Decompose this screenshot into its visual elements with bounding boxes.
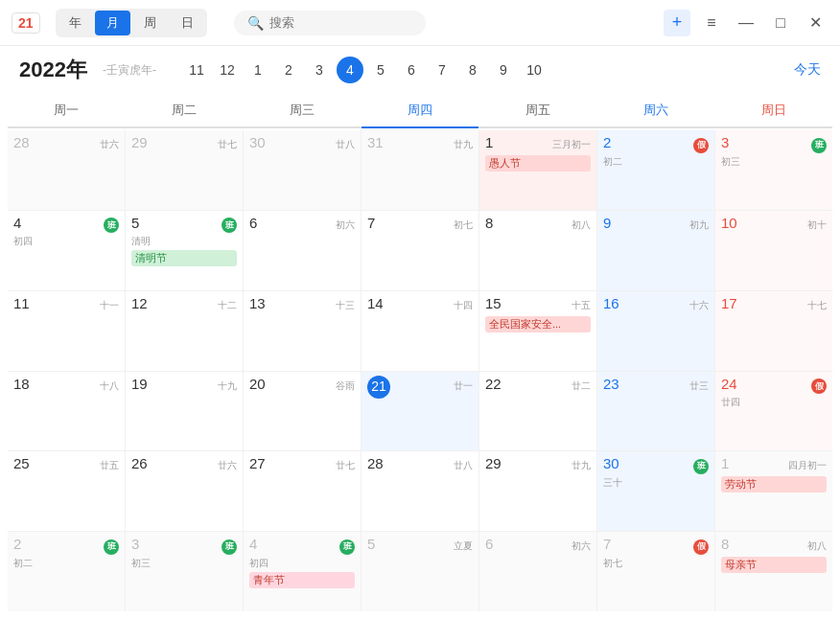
day-number: 29 [131, 134, 148, 151]
day-number: 17 [721, 295, 737, 312]
day-cell[interactable]: 2假初二 [597, 130, 714, 210]
day-cell[interactable]: 18十八 [8, 372, 125, 451]
view-tab-month[interactable]: 月 [95, 11, 130, 35]
day-cell[interactable]: 14十四 [362, 291, 478, 371]
event-tag: 母亲节 [721, 557, 827, 573]
title-date: 21 [12, 12, 40, 34]
weekday-周日: 周日 [714, 94, 832, 126]
search-input[interactable] [269, 15, 431, 30]
day-cell[interactable]: 30班三十 [597, 451, 714, 531]
day-number: 28 [13, 134, 30, 151]
day-cell[interactable]: 24假廿四 [715, 372, 832, 451]
day-cell[interactable]: 6初六 [244, 211, 361, 290]
day-number: 7 [367, 215, 375, 232]
lunar-date: 初十 [807, 219, 827, 230]
day-num-row: 5班 [131, 215, 237, 234]
lunar-date-sub: 初七 [603, 557, 709, 570]
lunar-date-sub: 初二 [603, 155, 709, 169]
month-num-4[interactable]: 4 [337, 57, 363, 83]
month-num-2[interactable]: 2 [275, 57, 302, 83]
day-cell[interactable]: 8初八母亲节 [715, 532, 832, 611]
lunar-date-sub: 廿四 [721, 396, 827, 409]
day-cell[interactable]: 19十九 [126, 372, 243, 451]
lunar-date: 廿一 [454, 380, 473, 391]
day-cell[interactable]: 20谷雨 [244, 372, 361, 451]
event-tag: 全民国家安全... [485, 316, 591, 332]
day-number: 23 [603, 376, 619, 393]
day-cell[interactable]: 25廿五 [8, 451, 125, 531]
month-num-6[interactable]: 6 [398, 57, 425, 83]
today-button[interactable]: 今天 [794, 61, 821, 79]
day-number: 24 [721, 376, 737, 393]
day-num-row: 28廿八 [367, 455, 473, 472]
day-cell[interactable]: 12十二 [126, 291, 243, 371]
lunar-date: 立夏 [454, 540, 473, 551]
day-cell[interactable]: 5班清明清明节 [126, 211, 243, 290]
lunar-date: 十七 [807, 300, 827, 310]
day-cell[interactable]: 7假初七 [597, 532, 714, 611]
month-num-10[interactable]: 10 [521, 57, 548, 83]
day-cell[interactable]: 11十一 [8, 291, 125, 371]
day-number: 3 [131, 536, 139, 553]
day-cell[interactable]: 31廿九 [362, 130, 478, 210]
day-number: 11 [13, 295, 30, 312]
close-button[interactable]: ✕ [802, 10, 828, 36]
month-num-8[interactable]: 8 [459, 57, 486, 83]
day-number: 26 [131, 455, 148, 472]
day-cell[interactable]: 2班初二 [8, 532, 125, 611]
day-num-row: 21廿一 [367, 376, 473, 399]
day-cell[interactable]: 9初九 [597, 211, 714, 290]
day-cell[interactable]: 29廿九 [479, 451, 596, 531]
month-num-3[interactable]: 3 [306, 57, 333, 83]
view-tab-year[interactable]: 年 [58, 11, 93, 35]
day-cell[interactable]: 6初六 [479, 532, 596, 611]
day-cell[interactable]: 4班初四 [8, 211, 125, 290]
day-cell[interactable]: 3班初三 [715, 130, 832, 210]
minimize-button[interactable]: — [733, 10, 759, 36]
month-num-1[interactable]: 1 [245, 57, 271, 83]
month-num-5[interactable]: 5 [367, 57, 394, 83]
day-cell[interactable]: 23廿三 [597, 372, 714, 451]
view-tab-day[interactable]: 日 [170, 11, 205, 35]
day-num-row: 16十六 [603, 295, 709, 312]
day-cell[interactable]: 27廿七 [244, 451, 361, 531]
search-box: 🔍 [234, 11, 426, 35]
holiday-badge: 假 [811, 378, 827, 394]
day-cell[interactable]: 4班初四青年节 [244, 532, 361, 611]
day-cell[interactable]: 29廿七 [126, 130, 243, 210]
day-cell[interactable]: 10初十 [715, 211, 832, 290]
holiday-badge: 假 [693, 138, 709, 153]
weekday-周一: 周一 [8, 94, 126, 126]
day-cell[interactable]: 13十三 [244, 291, 361, 371]
day-cell[interactable]: 16十六 [597, 291, 714, 371]
month-num-12[interactable]: 12 [214, 57, 241, 83]
day-cell[interactable]: 30廿八 [244, 130, 361, 210]
day-cell[interactable]: 26廿六 [126, 451, 243, 531]
day-number: 4 [13, 215, 21, 232]
lunar-date-sub: 初四 [13, 235, 119, 248]
day-cell[interactable]: 28廿八 [362, 451, 478, 531]
day-cell[interactable]: 3班初三 [126, 532, 243, 611]
month-num-9[interactable]: 9 [490, 57, 517, 83]
day-cell[interactable]: 7初七 [362, 211, 478, 290]
menu-button[interactable]: ≡ [698, 10, 725, 36]
day-num-row: 29廿九 [485, 455, 591, 472]
day-cell[interactable]: 17十七 [715, 291, 832, 371]
day-cell[interactable]: 21廿一 [362, 372, 478, 451]
day-cell[interactable]: 1四月初一劳动节 [715, 451, 832, 531]
day-cell[interactable]: 8初八 [479, 211, 596, 290]
maximize-button[interactable]: □ [767, 10, 794, 36]
day-cell[interactable]: 28廿六 [8, 130, 125, 210]
lunar-date-sub: 初二 [13, 557, 119, 570]
day-cell[interactable]: 22廿二 [479, 372, 596, 451]
month-num-7[interactable]: 7 [429, 57, 455, 83]
day-number: 14 [367, 295, 384, 312]
day-cell[interactable]: 1三月初一愚人节 [479, 130, 596, 210]
lunar-date: 十八 [100, 380, 119, 391]
day-cell[interactable]: 15十五全民国家安全... [479, 291, 596, 371]
view-tab-week[interactable]: 周 [132, 11, 168, 35]
lunar-date-sub: 清明 [131, 235, 237, 248]
day-cell[interactable]: 5立夏 [362, 532, 478, 611]
add-button[interactable]: + [664, 10, 690, 36]
month-num-11[interactable]: 11 [183, 57, 210, 83]
